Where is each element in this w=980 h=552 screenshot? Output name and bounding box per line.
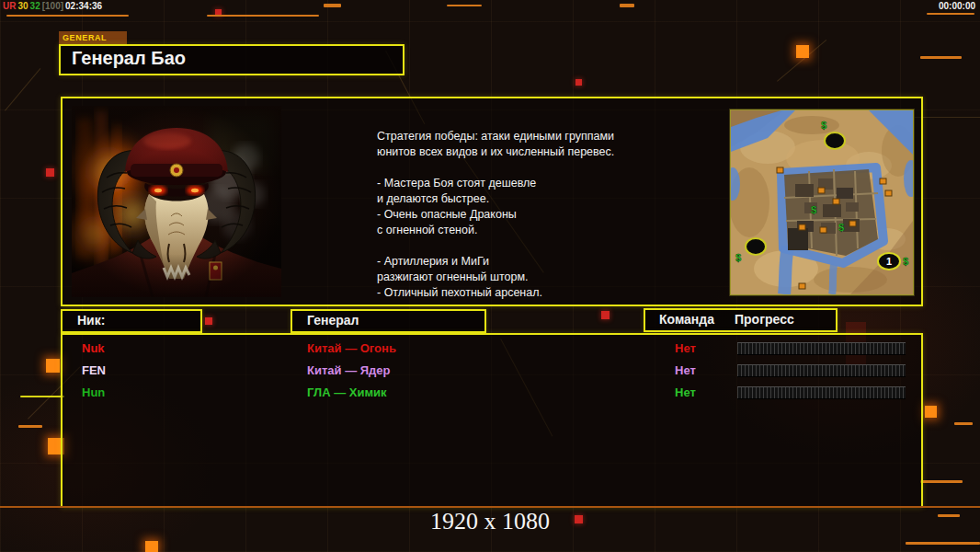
player-team: Нет	[675, 385, 696, 399]
decor-dash	[927, 13, 974, 15]
decor-dash	[324, 4, 341, 7]
decor-square	[575, 79, 582, 86]
player-row: Nuk Китай — Огонь Нет	[63, 339, 921, 361]
map-city	[784, 169, 878, 256]
player-progress-bar	[737, 342, 906, 355]
team-header-label: Команда	[659, 310, 714, 329]
decor-dash	[920, 480, 963, 483]
briefing-text: Стратегия победы: атаки едиными группами…	[377, 129, 680, 301]
nick-header-box: Ник:	[61, 309, 202, 333]
general-title-box: Генерал Бао	[59, 44, 405, 75]
decor-square	[796, 45, 809, 58]
decor-square	[46, 359, 60, 373]
player-nick: FEN	[82, 363, 106, 377]
page-title: Генерал Бао	[61, 46, 403, 71]
session-info: UR3032[100]02:34:36	[3, 1, 104, 11]
match-clock: 00:00:00	[939, 1, 975, 11]
session-value-3: [100]	[42, 1, 63, 11]
player-row: FEN Китай — Ядер Нет	[63, 361, 921, 383]
decor-dash	[6, 15, 129, 17]
player-progress-bar	[737, 364, 906, 377]
start-marker-number: 1	[886, 256, 892, 267]
decor-dash	[906, 542, 980, 545]
svg-text:$: $	[821, 120, 826, 131]
general-portrait	[72, 106, 281, 297]
player-general: ГЛА — Химик	[307, 385, 387, 399]
decor-dash	[207, 15, 319, 17]
decor-line	[5, 68, 40, 111]
player-team: Нет	[675, 341, 696, 355]
map-player-start-marker: 1	[878, 253, 900, 270]
decor-dash	[920, 56, 962, 59]
general-header-label: Генерал	[292, 311, 484, 330]
svg-text:$: $	[735, 252, 741, 263]
general-header-box: Генерал	[291, 309, 486, 333]
player-rows: Nuk Китай — Огонь Нет FEN Китай — Ядер Н…	[63, 339, 921, 405]
loading-screen: UR3032[100]02:34:36 00:00:00 GENERAL Ген…	[0, 0, 980, 552]
svg-text:$: $	[811, 204, 816, 215]
session-value-2: 32	[30, 1, 40, 11]
briefing-panel: Стратегия победы: атаки едиными группами…	[61, 97, 923, 306]
svg-text:$: $	[903, 256, 908, 267]
decor-square	[925, 406, 937, 418]
player-nick: Hun	[82, 385, 105, 399]
decor-dash	[620, 4, 634, 7]
progress-header-label: Прогресс	[735, 310, 794, 329]
decor-dash	[18, 425, 42, 428]
player-general: Китай — Ядер	[307, 363, 391, 377]
minimap: $$$ $$ 1	[730, 109, 914, 295]
players-panel: Nuk Китай — Огонь Нет FEN Китай — Ядер Н…	[61, 333, 923, 508]
decor-square	[145, 541, 158, 552]
session-tag: UR	[3, 1, 16, 11]
session-time: 02:34:36	[65, 1, 102, 11]
player-row: Hun ГЛА — Химик Нет	[63, 383, 921, 405]
player-nick: Nuk	[82, 341, 105, 355]
session-value-1: 30	[17, 1, 28, 11]
decor-dash	[20, 396, 64, 397]
decor-square	[46, 168, 54, 177]
team-progress-header-box: Команда Прогресс	[644, 308, 838, 332]
decor-dash	[954, 422, 973, 425]
player-general: Китай — Огонь	[307, 341, 396, 355]
decor-dash	[447, 5, 482, 6]
decor-square	[601, 311, 610, 319]
general-tab-label: GENERAL	[59, 31, 127, 44]
player-progress-bar	[737, 386, 906, 399]
nick-header-label: Ник:	[63, 311, 200, 330]
player-team: Нет	[675, 363, 696, 377]
resolution-label: 1920 x 1080	[0, 508, 980, 535]
decor-square	[205, 317, 212, 325]
svg-text:$: $	[838, 222, 844, 233]
